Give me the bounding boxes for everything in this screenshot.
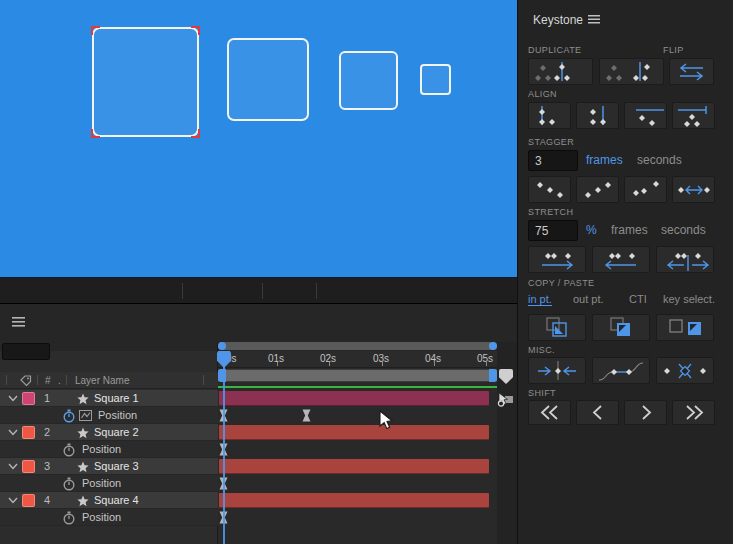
layer-name[interactable]: Square 1 <box>94 392 139 404</box>
property-name[interactable]: Position <box>82 511 121 523</box>
shift-back-button[interactable] <box>576 400 619 425</box>
property-name[interactable]: Position <box>98 409 137 421</box>
work-area-end-handle[interactable] <box>489 369 497 382</box>
property-row-position-3[interactable]: Position <box>0 475 218 492</box>
scrollbar-left-cap[interactable] <box>218 342 226 350</box>
shift-forward-button[interactable] <box>624 400 667 425</box>
property-row-position-2[interactable]: Position <box>0 441 218 458</box>
align-left-button[interactable] <box>528 102 571 129</box>
stagger-spread-button[interactable] <box>672 176 715 203</box>
property-row-position-4[interactable]: Position <box>0 509 218 526</box>
shape-square-2[interactable] <box>227 38 309 121</box>
shape-layer-icon <box>77 393 89 405</box>
shape-square-3[interactable] <box>339 51 398 110</box>
property-name[interactable]: Position <box>82 443 121 455</box>
stopwatch-icon-active[interactable] <box>62 409 76 423</box>
keyframe-icon[interactable] <box>302 409 311 422</box>
layer-row-square-1[interactable]: 1 Square 1 <box>0 390 218 407</box>
copy-mode-key-select[interactable]: key select. <box>663 293 715 305</box>
layer-duration-bar-4[interactable] <box>219 493 489 508</box>
stretch-left-button[interactable] <box>592 246 650 273</box>
copy-mode-cti[interactable]: CTI <box>629 293 647 305</box>
graph-overlay-icon[interactable] <box>79 410 92 421</box>
selection-handle-top-right[interactable] <box>191 26 200 35</box>
twirl-down-icon[interactable] <box>8 429 18 436</box>
layer-number: 3 <box>44 460 50 472</box>
time-ruler[interactable]: 0s 01s 02s 03s 04s 05s <box>218 351 497 368</box>
label-column-icon[interactable] <box>20 375 32 386</box>
panel-menu-icon[interactable] <box>12 317 25 327</box>
scrollbar-right-cap[interactable] <box>489 342 497 350</box>
layer-row-square-3[interactable]: 3 Square 3 <box>0 458 218 475</box>
panel-menu-icon[interactable] <box>588 15 600 24</box>
layer-label-swatch[interactable] <box>22 392 35 405</box>
selection-handle-top-left[interactable] <box>91 26 100 35</box>
shape-square-1[interactable] <box>92 27 199 137</box>
layer-label-swatch[interactable] <box>22 494 35 507</box>
column-number[interactable]: # <box>45 375 51 386</box>
stagger-value-input[interactable] <box>528 150 578 171</box>
timeline-panel: # . Layer Name 0s 01s 02s 03s 04s 05s <box>0 303 517 544</box>
layer-name[interactable]: Square 3 <box>94 460 139 472</box>
layer-duration-bar-3[interactable] <box>219 459 489 474</box>
shift-forward-far-button[interactable] <box>672 400 715 425</box>
stagger-ascending-button[interactable] <box>576 176 619 203</box>
layer-row-square-4[interactable]: 4 Square 4 <box>0 492 218 509</box>
stopwatch-icon[interactable] <box>62 477 76 491</box>
stagger-unit-frames[interactable]: frames <box>586 153 623 167</box>
stopwatch-icon[interactable] <box>62 443 76 457</box>
align-right-button[interactable] <box>576 102 619 129</box>
flip-button[interactable] <box>669 58 714 85</box>
work-area-bar[interactable] <box>218 369 497 382</box>
stretch-unit-seconds[interactable]: seconds <box>661 223 706 237</box>
selection-handle-bottom-right[interactable] <box>191 129 200 138</box>
paste-to-selected-button[interactable] <box>656 314 714 341</box>
timeline-h-scrollbar[interactable] <box>218 342 497 350</box>
stagger-ease-button[interactable] <box>624 176 667 203</box>
stagger-descending-button[interactable] <box>528 176 571 203</box>
selection-handle-bottom-left[interactable] <box>91 129 100 138</box>
copy-mode-in-point[interactable]: in pt. <box>528 293 552 306</box>
stretch-value-input[interactable] <box>528 220 578 241</box>
keystone-panel: Keystone DUPLICATE FLIP ALIGN <box>517 0 733 544</box>
column-dot[interactable]: . <box>58 375 61 386</box>
layer-name[interactable]: Square 4 <box>94 494 139 506</box>
align-top-edge-button[interactable] <box>672 102 715 129</box>
scatter-keys-button[interactable] <box>656 357 714 384</box>
search-input[interactable] <box>2 343 50 360</box>
layer-label-swatch[interactable] <box>22 426 35 439</box>
twirl-down-icon[interactable] <box>8 463 18 470</box>
shape-square-4[interactable] <box>420 64 451 95</box>
layer-row-square-2[interactable]: 2 Square 2 <box>0 424 218 441</box>
layer-duration-bar-1[interactable] <box>219 391 489 406</box>
align-top-button[interactable] <box>624 102 667 129</box>
layer-name[interactable]: Square 2 <box>94 426 139 438</box>
stopwatch-icon[interactable] <box>62 511 76 525</box>
property-name[interactable]: Position <box>82 477 121 489</box>
property-row-position-1[interactable]: Position <box>0 407 218 424</box>
shape-layer-icon <box>77 461 89 473</box>
shift-back-far-button[interactable] <box>528 400 571 425</box>
column-layer-name[interactable]: Layer Name <box>75 375 129 386</box>
duplicate-right-button[interactable] <box>599 58 664 85</box>
toolbar-divider <box>316 283 317 299</box>
merge-keys-button[interactable] <box>528 357 586 384</box>
paste-keys-button[interactable] <box>592 314 650 341</box>
stretch-center-button[interactable] <box>656 246 714 273</box>
copy-keys-button[interactable] <box>528 314 586 341</box>
copy-mode-out-point[interactable]: out pt. <box>573 293 604 305</box>
layer-label-swatch[interactable] <box>22 460 35 473</box>
twirl-down-icon[interactable] <box>8 395 18 402</box>
stagger-unit-seconds[interactable]: seconds <box>637 153 682 167</box>
layer-duration-bar-2[interactable] <box>219 425 489 440</box>
current-time-indicator-line[interactable] <box>223 351 225 544</box>
ease-keys-button[interactable] <box>592 357 650 384</box>
composition-viewer[interactable] <box>0 0 517 277</box>
after-effects-window: +0,0 0:00:00:00 <box>0 0 733 544</box>
layer-number: 4 <box>44 494 50 506</box>
stretch-right-button[interactable] <box>528 246 586 273</box>
duplicate-left-button[interactable] <box>528 58 593 85</box>
twirl-down-icon[interactable] <box>8 497 18 504</box>
stretch-unit-frames[interactable]: frames <box>611 223 648 237</box>
stretch-unit-percent[interactable]: % <box>586 223 597 237</box>
